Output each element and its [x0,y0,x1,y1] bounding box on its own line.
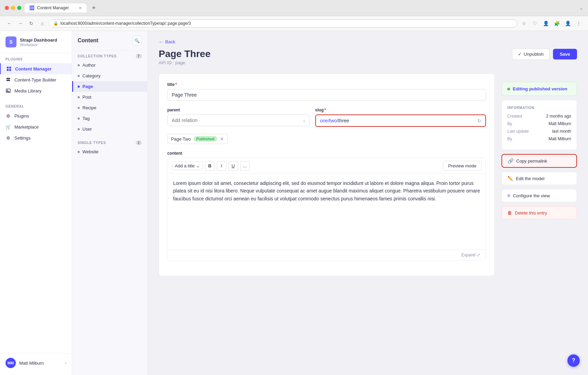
forward-button[interactable]: → [16,19,25,28]
last-update-row: Last update last month [507,129,571,134]
reload-button[interactable]: ↻ [27,19,36,28]
collection-item-page[interactable]: Page [72,81,147,92]
single-item-website[interactable]: Website [72,146,147,157]
close-dot[interactable] [5,6,9,10]
configure-view-button[interactable]: ≡ Configure the view [501,189,577,202]
italic-button[interactable]: I [217,161,226,171]
svg-rect-6 [6,89,10,93]
underline-button[interactable]: U [228,161,238,171]
maximize-dot[interactable] [17,6,21,10]
home-button[interactable]: ⌂ [38,19,47,28]
title-input[interactable] [167,89,486,101]
sidebar-brand: S Strapi Dashboard Workplace [0,36,72,53]
collection-item-label: Recipe [82,105,96,110]
bold-button[interactable]: B [205,161,215,171]
collection-item-post[interactable]: Post [72,92,147,102]
slug-required: * [324,108,326,112]
search-button[interactable]: 🔍 [132,36,142,45]
collection-item-tag[interactable]: Tag [72,113,147,124]
dot-recipe [78,107,80,109]
collection-item-category[interactable]: Category [72,70,147,81]
cart-icon: 🛒 [5,124,11,130]
created-by-value: Matt Milburn [549,121,571,126]
delete-entry-button[interactable]: 🗑 Delete this entry [501,206,577,219]
sidebar-item-settings[interactable]: ⚙ Settings [0,132,72,143]
sidebar-item-plugins[interactable]: ⚙ Plugins [0,110,72,121]
content-list-title: Content [78,37,98,44]
form-card: title* parent ⌄ [159,74,495,276]
content-list-header: Content 🔍 [72,31,147,51]
refresh-icon[interactable]: ↻ [477,118,481,123]
plugins-section: PLUGINS Content Manager Content-Type Bui… [0,53,72,100]
format-label: Add a title [175,163,195,168]
remove-relation-button[interactable]: ✕ [220,136,224,142]
gear-icon: ⚙ [5,135,11,141]
copy-permalink-label: Copy permalink [516,158,547,164]
minimize-dot[interactable] [11,6,15,10]
sidebar-item-marketplace[interactable]: 🛒 Marketplace [0,121,72,132]
content-list-panel: Content 🔍 COLLECTION TYPES 7 Author Cate… [72,31,148,375]
copy-permalink-button[interactable]: 🔗 Copy permalink [501,154,577,168]
collection-item-label: User [82,126,92,132]
preview-mode-button[interactable]: Preview mode [443,161,482,171]
avatar: MM [5,358,16,368]
slug-label: slug* [315,108,486,112]
updated-by-value: Matt Milburn [549,136,571,141]
parent-relation-input[interactable]: ⌄ [167,114,310,126]
title-field: title* [167,82,486,101]
expand-label[interactable]: Expand [461,253,475,257]
sidebar-item-content-manager[interactable]: Content Manager [0,63,72,74]
collection-item-label: Category [82,73,101,78]
editor-content: Lorem ipsum dolor sit amet, consectetur … [173,179,480,202]
slug-prefix: one [320,118,328,123]
unpublish-button[interactable]: ✓ Unpublish [512,48,550,60]
format-chevron-icon: ⌄ [196,163,200,168]
sidebar-item-media-library[interactable]: Media Library [0,85,72,96]
editor-body[interactable]: Lorem ipsum dolor sit amet, consectetur … [168,174,486,250]
profile-icon[interactable]: 👤 [563,19,572,28]
collection-item-author[interactable]: Author [72,60,147,70]
bookmark-icon[interactable]: ☆ [519,19,528,28]
browser-menu-button[interactable]: ⌄ [579,5,583,11]
page-api-id: API ID : page [159,60,211,65]
parent-input[interactable] [168,115,299,126]
single-types-count: 1 [136,141,142,145]
trash-icon: 🗑 [507,210,512,216]
edit-model-button[interactable]: ✏️ Edit the model [501,172,577,185]
back-link[interactable]: ← Back [159,39,577,44]
format-select[interactable]: Add a title ⌄ [172,162,203,170]
url-bar[interactable]: 🔒 localhost:8000/admin/content-manager/c… [49,19,517,27]
help-button[interactable]: ? [567,354,580,367]
sidebar-footer: MM Matt Milburn ‹ [0,353,72,372]
page-title-block: Page Three API ID : page [159,48,211,65]
tab-label: Content Manager [37,5,69,10]
slug-input-wrapper[interactable]: one / two / ↻ [315,114,486,127]
sidebar-item-content-type-builder[interactable]: Content-Type Builder [0,74,72,85]
collection-item-user[interactable]: User [72,124,147,134]
tab-close-button[interactable]: ✕ [79,6,82,10]
brand-icon: S [5,36,16,47]
user-icon[interactable]: 👤 [541,19,550,28]
back-arrow-icon: ← [159,39,163,44]
svg-rect-1 [9,67,11,68]
delete-entry-label: Delete this entry [515,210,547,216]
status-dot [507,88,510,90]
extension-icon[interactable]: 🧩 [552,19,561,28]
new-tab-button[interactable]: + [90,4,98,12]
page-header-actions: ✓ Unpublish Save [512,48,577,60]
created-label: Created [507,114,522,119]
collection-item-recipe[interactable]: Recipe [72,102,147,113]
more-icon[interactable]: ⋮ [574,19,583,28]
back-button[interactable]: ← [5,19,14,28]
sidebar-item-label: Plugins [14,113,29,119]
save-button[interactable]: Save [553,49,577,59]
page-title: Page Three [159,48,211,59]
title-required: * [175,82,177,87]
sidebar-collapse-button[interactable]: ‹ [65,361,66,365]
more-button[interactable]: ... [240,161,250,171]
slug-input[interactable] [338,118,477,123]
dot-website [78,151,80,153]
heart-icon[interactable]: ♡ [530,19,539,28]
browser-tab[interactable]: CM Content Manager ✕ [25,3,87,12]
check-icon: ✓ [518,52,522,57]
